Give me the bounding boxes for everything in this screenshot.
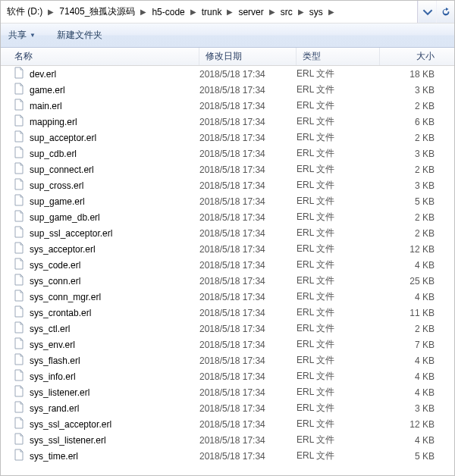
file-icon xyxy=(13,130,25,145)
file-date-cell: 2018/5/18 17:34 xyxy=(199,355,297,366)
file-name-cell: sup_game.erl xyxy=(13,194,199,208)
file-date-cell: 2018/5/18 17:34 xyxy=(199,324,297,334)
file-name-cell: sup_connect.erl xyxy=(13,162,199,177)
file-row[interactable]: sys_rand.erl2018/5/18 17:34ERL 文件3 KB xyxy=(1,400,454,416)
file-name-cell: sys_listener.erl xyxy=(13,385,199,399)
chevron-right-icon[interactable]: ▶ xyxy=(326,1,337,23)
file-row[interactable]: sup_game_db.erl2018/5/18 17:34ERL 文件2 KB xyxy=(1,209,454,225)
file-date-cell: 2018/5/18 17:34 xyxy=(199,180,297,191)
file-row[interactable]: sys_ctl.erl2018/5/18 17:34ERL 文件2 KB xyxy=(1,321,454,337)
file-size-cell: 2 KB xyxy=(380,324,454,334)
chevron-right-icon[interactable]: ▶ xyxy=(46,1,56,23)
file-row[interactable]: sys_env.erl2018/5/18 17:34ERL 文件7 KB xyxy=(1,337,454,352)
breadcrumb-item[interactable]: src xyxy=(278,1,296,23)
file-row[interactable]: main.erl2018/5/18 17:34ERL 文件2 KB xyxy=(1,98,454,114)
file-date-cell: 2018/5/18 17:34 xyxy=(199,117,297,127)
file-size-cell: 6 KB xyxy=(380,117,454,127)
file-type-cell: ERL 文件 xyxy=(297,306,380,319)
file-icon xyxy=(13,433,25,447)
file-row[interactable]: sup_connect.erl2018/5/18 17:34ERL 文件2 KB xyxy=(1,161,454,177)
file-name-cell: sys_flash.erl xyxy=(13,353,199,368)
file-row[interactable]: sys_flash.erl2018/5/18 17:34ERL 文件4 KB xyxy=(1,352,454,368)
file-type-cell: ERL 文件 xyxy=(297,179,380,192)
file-name-label: sys_conn_mgr.erl xyxy=(30,292,101,302)
file-row[interactable]: sys_conn_mgr.erl2018/5/18 17:34ERL 文件4 K… xyxy=(1,289,454,305)
file-date-cell: 2018/5/18 17:34 xyxy=(199,228,297,239)
file-date-cell: 2018/5/18 17:34 xyxy=(199,435,297,446)
file-icon xyxy=(13,417,25,431)
chevron-right-icon[interactable]: ▶ xyxy=(188,1,199,23)
file-row[interactable]: sys_ssl_listener.erl2018/5/18 17:34ERL 文… xyxy=(1,432,454,448)
file-type-cell: ERL 文件 xyxy=(297,243,380,255)
chevron-right-icon[interactable]: ▶ xyxy=(138,1,149,23)
file-date-cell: 2018/5/18 17:34 xyxy=(199,101,297,111)
file-row[interactable]: game.erl2018/5/18 17:34ERL 文件3 KB xyxy=(1,82,454,98)
file-type-cell: ERL 文件 xyxy=(297,83,380,96)
chevron-right-icon[interactable]: ▶ xyxy=(224,1,235,23)
file-name-label: sys_ssl_listener.erl xyxy=(30,435,106,446)
file-row[interactable]: sys_acceptor.erl2018/5/18 17:34ERL 文件12 … xyxy=(1,241,454,257)
column-header-date[interactable]: 修改日期 xyxy=(199,48,297,65)
chevron-right-icon[interactable]: ▶ xyxy=(296,1,306,23)
file-name-cell: sys_ssl_listener.erl xyxy=(13,433,199,447)
file-row[interactable]: sup_cross.erl2018/5/18 17:34ERL 文件3 KB xyxy=(1,177,454,193)
dropdown-history-button[interactable] xyxy=(418,1,436,23)
file-type-cell: ERL 文件 xyxy=(297,67,380,80)
breadcrumb-item[interactable]: server xyxy=(235,1,266,23)
file-type-cell: ERL 文件 xyxy=(297,99,380,112)
column-header-size[interactable]: 大小 xyxy=(380,48,454,65)
file-row[interactable]: sup_game.erl2018/5/18 17:34ERL 文件5 KB xyxy=(1,193,454,209)
file-row[interactable]: sys_time.erl2018/5/18 17:34ERL 文件5 KB xyxy=(1,448,454,464)
share-menu[interactable]: 共享 ▼ xyxy=(8,23,36,47)
file-date-cell: 2018/5/18 17:34 xyxy=(199,196,297,207)
file-row[interactable]: mapping.erl2018/5/18 17:34ERL 文件6 KB xyxy=(1,114,454,130)
file-row[interactable]: sys_conn.erl2018/5/18 17:34ERL 文件25 KB xyxy=(1,273,454,289)
file-type-cell: ERL 文件 xyxy=(297,163,380,176)
file-icon xyxy=(13,210,25,224)
file-size-cell: 4 KB xyxy=(380,435,454,446)
file-row[interactable]: sup_ssl_acceptor.erl2018/5/18 17:34ERL 文… xyxy=(1,225,454,241)
file-row[interactable]: sys_ssl_acceptor.erl2018/5/18 17:34ERL 文… xyxy=(1,416,454,432)
chevron-down-icon: ▼ xyxy=(30,32,36,39)
column-header-type[interactable]: 类型 xyxy=(297,48,380,65)
file-date-cell: 2018/5/18 17:34 xyxy=(199,308,297,318)
breadcrumb[interactable]: 软件 (D:)▶71405_独孤决源码▶h5-code▶trunk▶server… xyxy=(1,1,417,23)
file-name-label: sys_time.erl xyxy=(30,451,78,462)
file-name-cell: sys_code.erl xyxy=(13,258,199,272)
file-icon xyxy=(13,385,25,399)
breadcrumb-item[interactable]: sys xyxy=(306,1,326,23)
file-size-cell: 3 KB xyxy=(380,180,454,191)
breadcrumb-item[interactable]: trunk xyxy=(199,1,225,23)
file-name-label: dev.erl xyxy=(30,69,56,80)
file-type-cell: ERL 文件 xyxy=(297,354,380,367)
file-date-cell: 2018/5/18 17:34 xyxy=(199,403,297,414)
file-name-label: sup_ssl_acceptor.erl xyxy=(30,228,112,239)
refresh-button[interactable] xyxy=(436,1,454,23)
file-row[interactable]: sup_acceptor.erl2018/5/18 17:34ERL 文件2 K… xyxy=(1,130,454,146)
file-icon xyxy=(13,146,25,161)
file-name-label: sys_listener.erl xyxy=(30,387,89,398)
file-name-cell: sys_acceptor.erl xyxy=(13,242,199,256)
breadcrumb-item[interactable]: h5-code xyxy=(149,1,187,23)
file-name-label: sup_cdb.erl xyxy=(30,149,77,159)
chevron-right-icon[interactable]: ▶ xyxy=(267,1,278,23)
address-nav-buttons xyxy=(417,1,454,23)
file-icon xyxy=(13,194,25,208)
file-row[interactable]: sys_code.erl2018/5/18 17:34ERL 文件4 KB xyxy=(1,257,454,273)
breadcrumb-item[interactable]: 71405_独孤决源码 xyxy=(56,1,138,23)
column-header-name[interactable]: 名称 xyxy=(1,48,199,65)
file-icon xyxy=(13,321,25,336)
breadcrumb-item[interactable]: 软件 (D:) xyxy=(4,1,46,23)
file-row[interactable]: sys_crontab.erl2018/5/18 17:34ERL 文件11 K… xyxy=(1,305,454,321)
file-icon xyxy=(13,178,25,193)
file-row[interactable]: sup_cdb.erl2018/5/18 17:34ERL 文件3 KB xyxy=(1,146,454,161)
file-icon xyxy=(13,274,25,288)
file-icon xyxy=(13,114,25,129)
new-folder-button[interactable]: 新建文件夹 xyxy=(57,23,102,47)
file-name-label: sys_flash.erl xyxy=(30,355,80,366)
file-row[interactable]: dev.erl2018/5/18 17:34ERL 文件18 KB xyxy=(1,66,454,82)
share-label: 共享 xyxy=(8,29,27,42)
file-row[interactable]: sys_listener.erl2018/5/18 17:34ERL 文件4 K… xyxy=(1,384,454,400)
file-row[interactable]: sys_info.erl2018/5/18 17:34ERL 文件4 KB xyxy=(1,368,454,384)
file-list[interactable]: dev.erl2018/5/18 17:34ERL 文件18 KBgame.er… xyxy=(1,66,454,475)
